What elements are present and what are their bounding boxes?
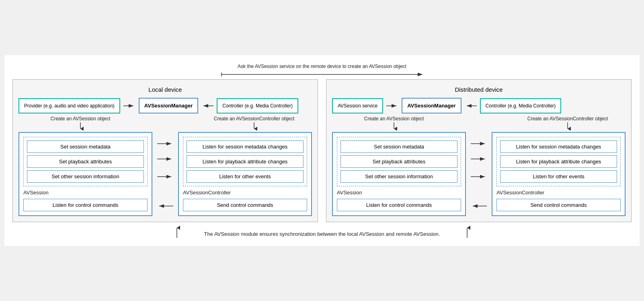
provider-box: Provider (e.g. audio and video applicati…: [18, 98, 120, 113]
right-avsessioncontroller-label: AVSessionController: [496, 190, 621, 196]
right-arrow-other: [471, 173, 487, 180]
right-avsession-box: Set session metadata Set playback attrib…: [332, 132, 466, 216]
left-listen-session-metadata: Listen for session metadata changes: [187, 140, 304, 153]
left-listen-other-events: Listen for other events: [187, 170, 304, 183]
right-set-playback-attrs: Set playback attributes: [340, 155, 457, 168]
controller-to-manager-arrow: [201, 102, 213, 110]
left-panel: Local device Provider (e.g. audio and vi…: [12, 79, 318, 222]
right-avsession-label: AVSession: [337, 190, 461, 196]
right-listen-control: Listen for control commands: [337, 199, 461, 211]
left-mid-arrows: [157, 132, 173, 216]
right-create-labels: Create an AVSession object Create an AVS…: [332, 116, 626, 130]
right-arrow-playback: [471, 156, 487, 162]
left-set-playback-attrs: Set playback attributes: [27, 155, 144, 168]
remote-arrow-svg: [217, 70, 427, 78]
sync-area: The AVSession module ensures synchroniza…: [174, 225, 471, 238]
left-panel-title: Local device: [18, 86, 312, 93]
right-manager-box: AVSessionManager: [402, 98, 461, 113]
provider-to-manager-arrow: [123, 102, 135, 110]
right-controller-to-manager-arrow: [465, 102, 477, 110]
left-avsession-inner: Set session metadata Set playback attrib…: [23, 137, 148, 186]
right-mid-arrows: [471, 132, 487, 216]
right-bottom-section: Set session metadata Set playback attrib…: [332, 132, 626, 216]
left-manager-box: AVSessionManager: [139, 98, 198, 113]
right-set-session-metadata: Set session metadata: [340, 140, 457, 153]
sync-label: The AVSession module ensures synchroniza…: [204, 230, 440, 238]
left-set-session-metadata: Set session metadata: [27, 140, 144, 153]
left-avsessioncontroller-label: AVSessionController: [183, 190, 307, 196]
right-panel-title: Distributed device: [332, 86, 626, 93]
right-arrow-metadata: [471, 140, 487, 147]
left-avsessioncontroller-box: Listen for session metadata changes List…: [178, 132, 312, 216]
diagram-container: Ask the AVSession service on the remote …: [4, 55, 640, 246]
right-send-control: Send control commands: [496, 199, 621, 211]
left-send-control: Send control commands: [183, 199, 307, 211]
service-to-manager-arrow: [386, 102, 398, 110]
right-controller-inner: Listen for session metadata changes List…: [496, 137, 621, 186]
left-arrow-other: [157, 173, 173, 180]
left-down-arrow-1: [77, 122, 84, 130]
left-create-labels: Create an AVSession object Create an AVS…: [18, 116, 312, 130]
right-avsessioncontroller-box: Listen for session metadata changes List…: [492, 132, 626, 216]
left-controller-inner: Listen for session metadata changes List…: [183, 137, 307, 186]
left-bottom-section: Set session metadata Set playback attrib…: [18, 132, 312, 216]
left-top-section: Provider (e.g. audio and video applicati…: [18, 98, 312, 113]
left-down-arrow-2: [251, 122, 257, 130]
right-down-arrow-2: [564, 122, 571, 130]
right-controller-box: Controller (e.g. Media Controller): [480, 98, 562, 113]
two-panels: Local device Provider (e.g. audio and vi…: [12, 79, 632, 222]
left-set-other-session: Set other session information: [27, 170, 144, 183]
right-down-arrow-1: [391, 122, 397, 130]
right-service-box: AVSession service: [332, 98, 383, 113]
left-avsession-box: Set session metadata Set playback attrib…: [18, 132, 152, 216]
left-arrow-metadata: [157, 140, 173, 147]
left-listen-playback-attrs: Listen for playback attribute changes: [187, 155, 304, 168]
sync-up-arrow-right: [464, 226, 470, 238]
left-listen-control: Listen for control commands: [23, 199, 148, 211]
left-controller-box: Controller (e.g. Media Controller): [217, 98, 298, 113]
left-arrow-playback: [157, 156, 173, 162]
sync-up-arrow-left: [174, 226, 180, 238]
right-avsession-inner: Set session metadata Set playback attrib…: [337, 137, 461, 186]
right-panel: Distributed device AVSession service AVS…: [326, 79, 632, 222]
right-listen-other-events: Listen for other events: [500, 170, 617, 183]
right-listen-session-metadata: Listen for session metadata changes: [500, 140, 617, 153]
left-avsession-label: AVSession: [23, 190, 148, 196]
right-set-other-session: Set other session information: [340, 170, 457, 183]
remote-arrow-label: Ask the AVSession service on the remote …: [238, 63, 406, 70]
right-listen-playback-attrs: Listen for playback attribute changes: [500, 155, 617, 168]
right-arrow-control: [471, 203, 487, 209]
left-arrow-control: [157, 203, 173, 209]
right-top-section: AVSession service AVSessionManager Contr…: [332, 98, 626, 113]
